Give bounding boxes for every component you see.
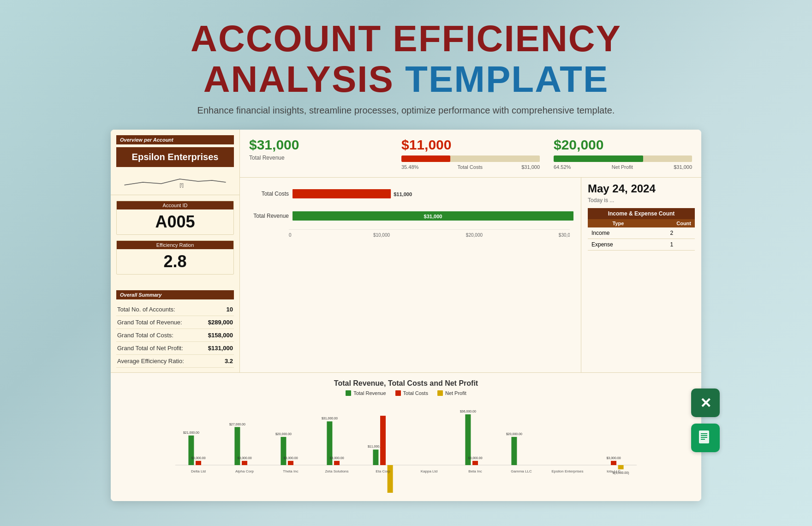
legend-profit: Net Profit <box>437 390 466 396</box>
summary-value: 3.2 <box>225 358 233 365</box>
svg-rect-31 <box>373 449 378 465</box>
right-content: $31,000 Total Revenue $11,000 35.4 <box>240 130 701 372</box>
svg-text:$3,000.00: $3,000.00 <box>283 456 298 460</box>
legend-costs-label: Total Costs <box>403 390 428 396</box>
account-id-card: Account ID A005 <box>116 201 234 235</box>
excel-icon: ✕ <box>700 395 711 411</box>
ie-table: Income & Expense Count Type Count Income… <box>588 208 695 251</box>
summary-label: Grand Total of Net Profit: <box>117 345 183 352</box>
efficiency-card: Efficiency Ration 2.8 <box>116 240 234 275</box>
net-profit-metric: $20,000 64.52% Net Profit $31,000 <box>554 137 692 170</box>
svg-text:$20,000: $20,000 <box>466 233 483 238</box>
today-label: Today is ... <box>588 197 695 203</box>
total-revenue-label: Total Revenue <box>249 155 388 161</box>
summary-header: Overall Summary <box>116 290 234 299</box>
ie-type: Income <box>588 227 649 239</box>
svg-rect-43 <box>511 437 517 465</box>
costs-label: Total Costs <box>458 164 483 170</box>
svg-rect-18 <box>242 461 247 465</box>
svg-text:Alpha Corp: Alpha Corp <box>235 469 254 473</box>
svg-rect-11 <box>188 436 194 465</box>
svg-text:$3,000.00: $3,000.00 <box>606 456 621 460</box>
summary-row: Grand Total of Costs:$158,000 <box>116 329 234 342</box>
svg-rect-49 <box>618 465 624 469</box>
ie-count: 2 <box>649 227 695 239</box>
svg-text:$3,000.00: $3,000.00 <box>468 456 482 460</box>
summary-label: Grand Total of Revenue: <box>117 319 182 326</box>
svg-text:$30,000: $30,000 <box>559 233 570 238</box>
svg-text:$27,000.00: $27,000.00 <box>229 423 245 426</box>
costs-bar-label: Total Costs <box>247 191 289 197</box>
dashboard: Overview per Account Epsilon Enterprises… <box>111 130 701 501</box>
summary-section: Overall Summary Total No. of Accounts:10… <box>111 286 239 372</box>
profit-label: Net Profit <box>612 164 633 170</box>
account-overview-card: Overview per Account Epsilon Enterprises… <box>111 130 239 195</box>
sheets-icon <box>697 430 714 446</box>
net-profit-value: $20,000 <box>554 137 692 153</box>
summary-rows: Total No. of Accounts:10Grand Total of R… <box>116 303 234 368</box>
svg-rect-53 <box>701 433 707 434</box>
bar-chart: Total Costs $11,000 Total Revenue <box>247 187 573 243</box>
efficiency-value: 2.8 <box>117 249 233 274</box>
svg-rect-21 <box>281 437 286 465</box>
svg-text:$3,000.00: $3,000.00 <box>237 456 251 460</box>
total-revenue-metric: $31,000 Total Revenue <box>249 137 388 161</box>
total-revenue-value: $31,000 <box>249 137 388 153</box>
ie-table-body: Income2Expense1 <box>588 227 695 251</box>
legend-costs: Total Costs <box>395 390 428 396</box>
svg-text:Theta Inc: Theta Inc <box>283 469 298 473</box>
summary-row: Total No. of Accounts:10 <box>116 303 234 316</box>
legend-profit-dot <box>437 390 443 396</box>
overview-label: Overview per Account <box>116 135 234 144</box>
ie-type: Expense <box>588 239 649 251</box>
sheets-download-button[interactable] <box>691 424 720 452</box>
svg-text:$20,000.00: $20,000.00 <box>506 432 522 436</box>
excel-download-button[interactable]: ✕ <box>691 389 720 417</box>
legend-revenue-dot <box>346 390 351 396</box>
charts-row: Total Costs $11,000 Total Revenue <box>240 178 701 372</box>
title-line1: ACCOUNT EFFICIENCY <box>191 18 621 59</box>
svg-rect-33 <box>380 416 386 465</box>
summary-label: Grand Total of Costs: <box>117 332 173 339</box>
summary-row: Average Efficiency Ratio:3.2 <box>116 355 234 368</box>
sparkline-area: [!] <box>116 171 234 189</box>
title-line2: ANALYSIS TEMPLATE <box>191 59 621 100</box>
bottom-chart-section: Total Revenue, Total Costs and Net Profi… <box>111 372 701 501</box>
subtitle: Enhance financial insights, streamline p… <box>191 105 621 116</box>
bar-chart-section: Total Costs $11,000 Total Revenue <box>240 178 581 372</box>
total-costs-value: $11,000 <box>401 137 540 153</box>
title-template: TEMPLATE <box>405 59 609 100</box>
info-section: Account ID A005 Efficiency Ration 2.8 <box>111 195 239 286</box>
svg-text:Iota LLC: Iota LLC <box>607 469 621 473</box>
svg-rect-55 <box>701 437 707 438</box>
svg-text:$3,000.00: $3,000.00 <box>191 456 205 460</box>
summary-label: Average Efficiency Ratio: <box>117 358 184 365</box>
account-id-label: Account ID <box>117 201 233 209</box>
bottom-chart-svg: $21,000.00$3,000.00Delta Ltd$27,000.00$3… <box>120 400 692 493</box>
legend-revenue-label: Total Revenue <box>353 390 386 396</box>
svg-text:Beta Inc: Beta Inc <box>468 469 482 473</box>
svg-text:[!]: [!] <box>180 183 184 188</box>
revenue-bar-svg: $31,000 <box>293 209 573 223</box>
title-analysis: ANALYSIS <box>203 59 394 100</box>
svg-rect-13 <box>196 461 201 465</box>
revenue-bar-container: $31,000 <box>293 209 573 223</box>
x-axis-svg: $0 $10,000 $20,000 $30,000 <box>289 229 570 241</box>
svg-rect-40 <box>472 461 478 465</box>
ie-col-count: Count <box>649 219 695 227</box>
svg-text:$3,000.00: $3,000.00 <box>329 456 344 460</box>
total-costs-metric: $11,000 35.48% Total Costs $31,000 <box>401 137 540 170</box>
svg-text:Zeta Solutions: Zeta Solutions <box>325 469 348 473</box>
legend-revenue: Total Revenue <box>346 390 386 396</box>
svg-text:$10,000: $10,000 <box>373 233 390 238</box>
metrics-row: $31,000 Total Revenue $11,000 35.4 <box>240 130 701 178</box>
svg-text:Epsilon Enterprises: Epsilon Enterprises <box>552 469 584 473</box>
svg-rect-56 <box>701 439 705 440</box>
efficiency-label: Efficiency Ration <box>117 241 233 249</box>
legend-costs-dot <box>395 390 401 396</box>
svg-text:$20,000.00: $20,000.00 <box>275 432 292 436</box>
profit-of: $31,000 <box>674 164 692 170</box>
costs-bar-svg: $11,000 <box>293 187 573 201</box>
bottom-chart-title: Total Revenue, Total Costs and Net Profi… <box>120 379 692 388</box>
sparkline-chart: [!] <box>116 172 234 188</box>
